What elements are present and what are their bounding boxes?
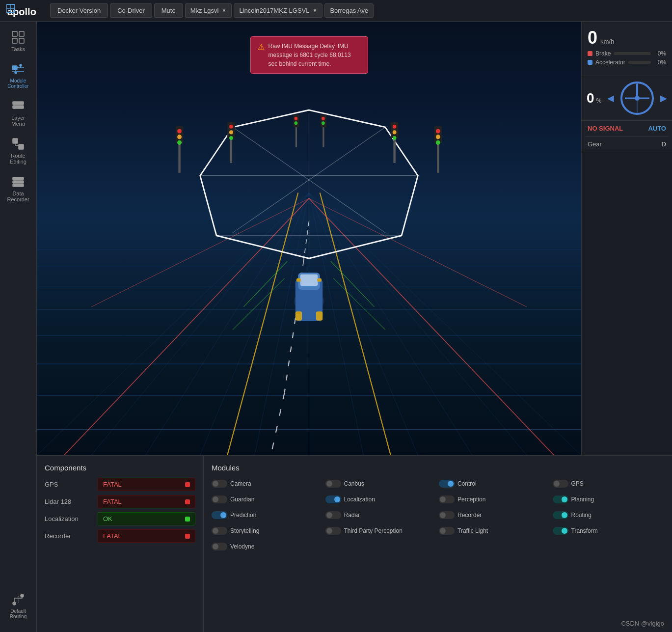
- module-item-routing[interactable]: Routing: [553, 509, 665, 521]
- route-icon: [11, 137, 26, 151]
- svg-point-70: [177, 135, 182, 139]
- svg-point-80: [436, 135, 440, 139]
- sidebar-module-label: Module Controller: [4, 78, 32, 89]
- svg-line-43: [309, 193, 418, 455]
- module-toggle[interactable]: [212, 511, 227, 519]
- svg-rect-5: [19, 31, 24, 36]
- module-item-traffic-light[interactable]: Traffic Light: [439, 525, 551, 537]
- accelerator-bar: [628, 61, 651, 64]
- module-toggle[interactable]: [325, 480, 341, 488]
- svg-point-90: [295, 121, 298, 125]
- module-item-transform[interactable]: Transform: [553, 525, 665, 537]
- module-toggle[interactable]: [212, 495, 227, 503]
- gear-row: Gear D: [582, 137, 672, 152]
- svg-rect-15: [13, 102, 24, 105]
- module-name: Localization: [344, 496, 375, 503]
- svg-line-51: [285, 318, 296, 392]
- header: apollo Docker Version Co-Driver Mute Mkz…: [0, 0, 672, 22]
- module-toggle[interactable]: [212, 480, 227, 488]
- module-name: Traffic Light: [457, 527, 488, 534]
- module-item-guardian[interactable]: Guardian: [212, 494, 323, 505]
- sidebar-item-tasks[interactable]: Tasks: [2, 27, 34, 56]
- module-toggle[interactable]: [553, 495, 568, 503]
- module-item-third-party-perception[interactable]: Third Party Perception: [325, 525, 437, 537]
- vehicle-select[interactable]: Mkz Lgsvl ▼: [185, 3, 232, 18]
- module-toggle[interactable]: [439, 480, 455, 488]
- location-label: Borregas Ave: [330, 7, 368, 14]
- gear-value: D: [662, 140, 666, 148]
- warning-icon: ⚠: [258, 42, 265, 52]
- steering-panel: 0 % ◀: [582, 76, 672, 121]
- module-toggle[interactable]: [439, 511, 455, 519]
- sidebar-item-module-controller[interactable]: Module Controller: [2, 58, 34, 93]
- module-name: Radar: [344, 512, 360, 519]
- svg-line-58: [331, 261, 375, 307]
- svg-point-107: [635, 96, 640, 101]
- brake-row: Brake 0%: [588, 50, 666, 57]
- svg-line-55: [309, 198, 554, 455]
- co-driver-button[interactable]: Co-Driver: [110, 3, 152, 18]
- bottom-panels: Components GPS FATAL Lidar 128 FATAL: [37, 456, 672, 632]
- module-toggle[interactable]: [325, 527, 341, 535]
- accelerator-row: Accelerator 0%: [588, 59, 666, 66]
- svg-rect-23: [13, 181, 24, 183]
- module-item-prediction[interactable]: Prediction: [212, 509, 323, 521]
- sidebar-item-data-recorder[interactable]: Data Recorder: [2, 171, 34, 206]
- svg-rect-17: [13, 138, 18, 143]
- svg-rect-102: [317, 278, 322, 282]
- steering-readout: 0 %: [587, 90, 601, 106]
- svg-rect-92: [321, 114, 326, 127]
- module-toggle[interactable]: [439, 527, 455, 535]
- svg-rect-73: [227, 122, 235, 138]
- module-toggle[interactable]: [553, 480, 568, 488]
- module-item-recorder[interactable]: Recorder: [439, 509, 551, 521]
- modules-grid: CameraCanbusControlGPSGuardianLocalizati…: [212, 478, 664, 552]
- module-item-planning[interactable]: Planning: [553, 494, 665, 505]
- components-panel: Components GPS FATAL Lidar 128 FATAL: [37, 456, 204, 632]
- brake-bar: [614, 52, 651, 55]
- svg-rect-88: [293, 114, 299, 127]
- sidebar-item-route-editing[interactable]: Route Editing: [2, 133, 34, 168]
- module-toggle[interactable]: [553, 527, 568, 535]
- svg-rect-22: [13, 177, 24, 180]
- gps-status-dot: [185, 482, 190, 487]
- sidebar-item-default-routing[interactable]: Default Routing: [2, 589, 34, 623]
- svg-line-60: [333, 278, 385, 330]
- speed-unit: km/h: [600, 38, 614, 45]
- svg-rect-4: [12, 31, 17, 36]
- module-name: Control: [457, 480, 477, 487]
- module-item-gps[interactable]: GPS: [553, 478, 665, 490]
- module-toggle[interactable]: [212, 543, 227, 550]
- mute-button[interactable]: Mute: [154, 3, 183, 18]
- module-toggle[interactable]: [553, 511, 568, 519]
- module-item-radar[interactable]: Radar: [325, 509, 437, 521]
- speed-panel: 0 km/h Brake 0%: [582, 22, 672, 76]
- chevron-down-icon: ▼: [221, 8, 226, 13]
- module-toggle[interactable]: [325, 511, 341, 519]
- module-item-storytelling[interactable]: Storytelling: [212, 525, 323, 537]
- module-item-camera[interactable]: Camera: [212, 478, 323, 490]
- visualization: ⚠ Raw IMU Message Delay. IMU message is …: [37, 22, 581, 455]
- svg-point-69: [177, 129, 182, 133]
- module-item-perception[interactable]: Perception: [439, 494, 551, 505]
- steering-unit: %: [596, 97, 602, 104]
- model-select[interactable]: Lincoln2017MKZ LGSVL ▼: [234, 3, 323, 18]
- svg-point-94: [322, 121, 325, 125]
- svg-rect-6: [12, 38, 17, 43]
- brake-label: Brake: [595, 50, 611, 57]
- module-toggle[interactable]: [325, 495, 341, 503]
- module-item-localization[interactable]: Localization: [325, 494, 437, 505]
- module-item-control[interactable]: Control: [439, 478, 551, 490]
- module-toggle[interactable]: [212, 527, 227, 535]
- module-item-velodyne[interactable]: Velodyne: [212, 541, 323, 552]
- svg-line-46: [309, 193, 582, 455]
- sidebar-item-layer-menu[interactable]: Layer Menu: [2, 95, 34, 131]
- accelerator-label: Accelerator: [595, 59, 625, 66]
- main-layout: Tasks Module Controller: [0, 22, 672, 632]
- docker-version-button[interactable]: Docker Version: [50, 3, 108, 18]
- module-item-canbus[interactable]: Canbus: [325, 478, 437, 490]
- svg-point-71: [177, 140, 182, 145]
- top-section: ⚠ Raw IMU Message Delay. IMU message is …: [37, 22, 672, 455]
- lidar-status-text: FATAL: [103, 498, 122, 505]
- module-toggle[interactable]: [439, 495, 455, 503]
